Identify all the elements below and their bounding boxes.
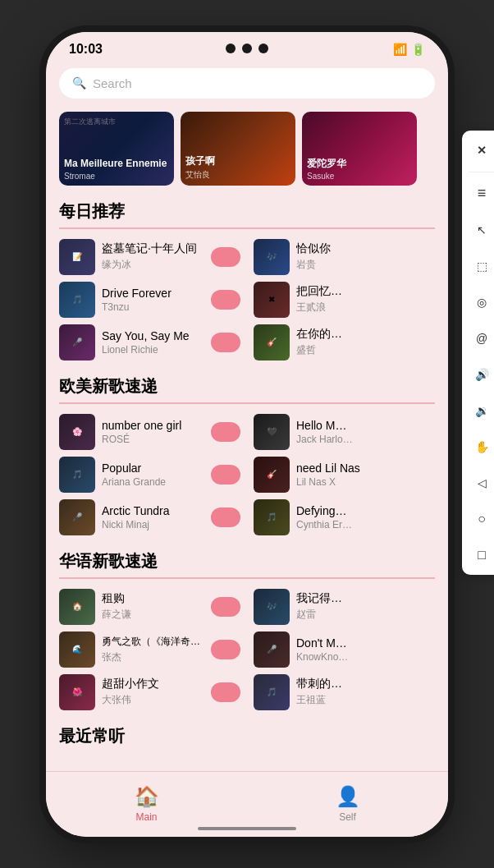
daily-like-btn-3[interactable] [211, 333, 240, 352]
eu-info-2: Popular Ariana Grande [102, 462, 204, 488]
cn-section-title: 华语新歌速递 [46, 542, 448, 577]
cn-like-btn-3[interactable] [211, 682, 240, 702]
eu-info-1: number one girl ROSÉ [102, 419, 204, 445]
cn-rsong-3[interactable]: 🎵 带刺的… 王祖蓝 [247, 671, 441, 714]
eu-rthumb-3: 🎵 [254, 499, 290, 535]
daily-thumb-3: 🎤 [59, 324, 95, 361]
eu-like-btn-2[interactable] [211, 465, 240, 485]
camera-area [226, 44, 268, 53]
eu-rsong-artist-2: Lil Nas X [296, 476, 435, 488]
toolbar-back-icon[interactable]: ↖ [465, 214, 494, 246]
daily-rthumb-1: 🎶 [254, 239, 290, 275]
banner-title-2: 孩子啊 [185, 155, 215, 167]
toolbar-vol-up-icon[interactable]: 🔊 [465, 358, 494, 391]
daily-like-btn-2[interactable] [211, 290, 240, 310]
daily-divider [59, 227, 435, 229]
toolbar-target-icon[interactable]: ◎ [465, 286, 494, 319]
cn-rinfo-2: Don't M… KnowKno… [296, 636, 435, 663]
eu-song-name-1: number one girl [102, 419, 204, 432]
cn-rthumb-3: 🎵 [254, 674, 290, 710]
cn-song-name-3: 超甜小作文 [102, 677, 204, 691]
cn-song-artist-1: 薛之谦 [102, 608, 204, 622]
toolbar-hand-icon[interactable]: ✋ [465, 430, 494, 463]
eu-thumb-2: 🎵 [59, 457, 95, 493]
cn-like-btn-2[interactable] [211, 640, 240, 659]
eu-divider [59, 402, 435, 404]
eu-rinfo-3: Defying… Cynthia Er… [296, 504, 435, 530]
eu-song-artist-1: ROSÉ [102, 434, 204, 445]
eu-song-artist-3: Nicki Minaj [102, 519, 204, 530]
eu-rthumb-2: 🎸 [254, 457, 290, 493]
toolbar-menu[interactable]: ≡ [465, 177, 494, 210]
eu-song-1[interactable]: 🌸 number one girl ROSÉ [53, 411, 247, 453]
search-bar[interactable]: 🔍 Search [59, 68, 435, 99]
toolbar-at-icon[interactable]: @ [465, 322, 494, 355]
daily-song-1[interactable]: 📝 盗墓笔记·十年人间 缘为冰 [53, 236, 247, 278]
recently-section: default default > = [46, 752, 448, 760]
user-icon: 👤 [336, 785, 360, 808]
banner-row[interactable]: 第二次逃离城市 Ma Meilleure Ennemie Stromae 孩子啊… [46, 105, 448, 192]
banner-card-1[interactable]: 第二次逃离城市 Ma Meilleure Ennemie Stromae [59, 112, 174, 186]
cn-rsong-artist-3: 王祖蓝 [296, 693, 435, 707]
toolbar-vol-down-icon[interactable]: 🔉 [465, 394, 494, 427]
status-bar: 10:03 📶 🔋 [46, 32, 448, 62]
eu-rsong-name-3: Defying… [296, 504, 435, 517]
banner-card-3[interactable]: 爱陀罗华 Sasuke [302, 112, 417, 186]
eu-like-btn-3[interactable] [211, 507, 240, 527]
eu-rsong-1[interactable]: 🖤 Hello M… Jack Harlo… [247, 411, 441, 453]
daily-rsong-1[interactable]: 🎶 恰似你 岩贵 [247, 236, 441, 278]
cn-song-list: 🏠 租购 薛之谦 🌊 勇气之歌（《海洋奇缘2》中文主题曲） [46, 582, 448, 717]
eu-rthumb-1: 🖤 [254, 414, 290, 450]
daily-song-list: 📝 盗墓笔记·十年人间 缘为冰 🎵 Drive Forev [46, 232, 448, 367]
cn-info-1: 租购 薛之谦 [102, 591, 204, 622]
cn-thumb-3: 🌺 [59, 674, 95, 710]
cn-rsong-1[interactable]: 🎶 我记得… 赵雷 [247, 586, 441, 628]
daily-rthumb-3: 🎸 [254, 324, 290, 361]
daily-rsong-2[interactable]: ✖ 把回忆… 王贰浪 [247, 278, 441, 321]
daily-info-3: Say You, Say Me Lionel Richie [102, 329, 204, 356]
daily-like-btn-1[interactable] [211, 247, 240, 267]
daily-rsong-artist-2: 王贰浪 [296, 301, 435, 315]
toolbar-crop-icon[interactable]: ⬚ [465, 250, 494, 282]
banner-top-text-1: 第二次逃离城市 [64, 117, 116, 127]
daily-song-name-1: 盗墓笔记·十年人间 [102, 241, 204, 256]
eu-song-name-3: Arctic Tundra [102, 504, 204, 517]
daily-song-3[interactable]: 🎤 Say You, Say Me Lionel Richie [53, 321, 247, 364]
eu-song-3[interactable]: 🎤 Arctic Tundra Nicki Minaj [53, 496, 247, 539]
daily-rsong-3[interactable]: 🎸 在你的… 盛哲 [247, 321, 441, 364]
cn-divider [59, 577, 435, 579]
cn-song-3[interactable]: 🌺 超甜小作文 大张伟 [53, 671, 247, 714]
camera-dot3 [258, 44, 268, 53]
cn-info-2: 勇气之歌（《海洋奇缘2》中文主题曲） 张杰 [102, 635, 204, 664]
eu-rsong-2[interactable]: 🎸 need Lil Nas Lil Nas X [247, 453, 441, 496]
toolbar-circle-btn[interactable]: ○ [465, 503, 494, 535]
nav-main[interactable]: 🏠 Main [46, 785, 247, 823]
nav-self[interactable]: 👤 Self [247, 785, 448, 823]
toolbar-square-btn[interactable]: □ [465, 539, 494, 572]
toolbar-divider-1 [469, 172, 494, 172]
toolbar-back-btn[interactable]: ◁ [465, 466, 494, 499]
eu-rsong-artist-3: Cynthia Er… [296, 519, 435, 530]
cn-rsong-2[interactable]: 🎤 Don't M… KnowKno… [247, 628, 441, 671]
eu-rsong-artist-1: Jack Harlo… [296, 434, 435, 445]
eu-thumb-1: 🌸 [59, 414, 95, 450]
camera-dot2 [242, 44, 252, 53]
cn-song-1[interactable]: 🏠 租购 薛之谦 [53, 586, 247, 628]
eu-song-artist-2: Ariana Grande [102, 476, 204, 488]
daily-rsong-artist-1: 岩贵 [296, 258, 435, 272]
eu-song-2[interactable]: 🎵 Popular Ariana Grande [53, 453, 247, 496]
cn-rsong-artist-2: KnowKno… [296, 651, 435, 663]
banner-card-2[interactable]: 孩子啊 艾怡良 [181, 112, 295, 186]
banner-subtitle-3: Sasuke [307, 172, 346, 181]
daily-rthumb-2: ✖ [254, 282, 290, 318]
daily-rinfo-1: 恰似你 岩贵 [296, 241, 435, 272]
toolbar-close[interactable]: ✕ [465, 134, 494, 167]
cn-like-btn-1[interactable] [211, 597, 240, 617]
recent-section-title: 最近常听 [46, 717, 448, 752]
eu-rsong-3[interactable]: 🎵 Defying… Cynthia Er… [247, 496, 441, 539]
daily-song-2[interactable]: 🎵 Drive Forever T3nzu [53, 278, 247, 321]
scroll-content[interactable]: 🔍 Search 第二次逃离城市 Ma Meilleure Ennemie St… [46, 62, 448, 760]
cn-song-2[interactable]: 🌊 勇气之歌（《海洋奇缘2》中文主题曲） 张杰 [53, 628, 247, 671]
daily-rsong-name-2: 把回忆… [296, 284, 435, 299]
eu-like-btn-1[interactable] [211, 422, 240, 442]
